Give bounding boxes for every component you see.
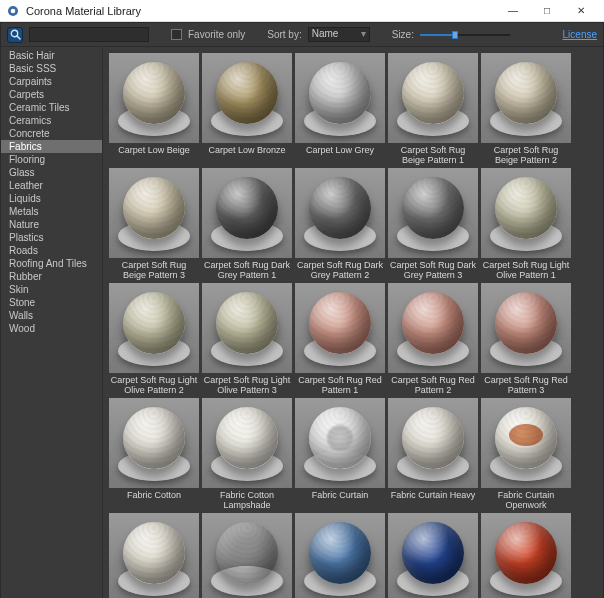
- material-thumbnail[interactable]: [109, 53, 199, 143]
- material-thumbnail[interactable]: [481, 398, 571, 488]
- search-icon[interactable]: [7, 27, 23, 43]
- material-card[interactable]: Fabric Curtain Openwork: [481, 398, 571, 510]
- material-card[interactable]: Fabric Silk Damask: [295, 513, 385, 598]
- sidebar-item-walls[interactable]: Walls: [1, 309, 102, 322]
- material-card[interactable]: Fabric Linen: [109, 513, 199, 598]
- sidebar-item-flooring[interactable]: Flooring: [1, 153, 102, 166]
- thumbnail-size-slider[interactable]: [420, 29, 510, 41]
- material-thumbnail[interactable]: [388, 513, 478, 598]
- material-card[interactable]: Carpet Soft Rug Beige Pattern 1: [388, 53, 478, 165]
- material-card[interactable]: Carpet Soft Rug Light Olive Pattern 2: [109, 283, 199, 395]
- sidebar-item-carpets[interactable]: Carpets: [1, 88, 102, 101]
- material-thumbnail[interactable]: [202, 513, 292, 598]
- sidebar-item-glass[interactable]: Glass: [1, 166, 102, 179]
- sidebar-item-concrete[interactable]: Concrete: [1, 127, 102, 140]
- material-label: Carpet Soft Rug Light Olive Pattern 1: [481, 258, 571, 280]
- material-card[interactable]: Carpet Soft Rug Dark Grey Pattern 1: [202, 168, 292, 280]
- material-card[interactable]: Carpet Soft Rug Light Olive Pattern 3: [202, 283, 292, 395]
- material-card[interactable]: Fabric Curtain: [295, 398, 385, 510]
- material-thumbnail[interactable]: [388, 53, 478, 143]
- maximize-button[interactable]: □: [530, 0, 564, 22]
- material-label: Fabric Cotton Lampshade: [202, 488, 292, 510]
- sidebar-item-leather[interactable]: Leather: [1, 179, 102, 192]
- sidebar-item-plastics[interactable]: Plastics: [1, 231, 102, 244]
- material-thumbnail[interactable]: [481, 53, 571, 143]
- material-card[interactable]: Fabric Curtain Heavy: [388, 398, 478, 510]
- material-card[interactable]: Fabric Cotton: [109, 398, 199, 510]
- material-thumbnail[interactable]: [295, 398, 385, 488]
- material-card[interactable]: Carpet Low Bronze: [202, 53, 292, 165]
- sidebar-item-nature[interactable]: Nature: [1, 218, 102, 231]
- svg-line-3: [17, 36, 20, 39]
- sidebar-item-stone[interactable]: Stone: [1, 296, 102, 309]
- material-thumbnail[interactable]: [295, 168, 385, 258]
- material-thumbnail[interactable]: [202, 398, 292, 488]
- sortby-value: Name: [312, 28, 339, 39]
- titlebar: Corona Material Library — □ ✕: [0, 0, 604, 22]
- material-card[interactable]: Fabric Cotton Lampshade: [202, 398, 292, 510]
- material-card[interactable]: Fabric Velvet: [388, 513, 478, 598]
- material-thumbnail[interactable]: [388, 168, 478, 258]
- material-card[interactable]: Carpet Soft Rug Red Pattern 1: [295, 283, 385, 395]
- material-thumbnail[interactable]: [295, 53, 385, 143]
- material-thumbnail[interactable]: [295, 513, 385, 598]
- material-label: Carpet Soft Rug Red Pattern 2: [388, 373, 478, 395]
- sidebar-item-ceramic-tiles[interactable]: Ceramic Tiles: [1, 101, 102, 114]
- material-label: Fabric Cotton: [109, 488, 199, 508]
- sidebar-item-carpaints[interactable]: Carpaints: [1, 75, 102, 88]
- material-thumbnail[interactable]: [109, 513, 199, 598]
- sidebar-item-ceramics[interactable]: Ceramics: [1, 114, 102, 127]
- material-card[interactable]: Carpet Soft Rug Beige Pattern 3: [109, 168, 199, 280]
- material-label: Carpet Soft Rug Red Pattern 1: [295, 373, 385, 395]
- sidebar-item-metals[interactable]: Metals: [1, 205, 102, 218]
- app-chrome: Favorite only Sort by: Name Size: Licens…: [0, 22, 604, 598]
- license-link[interactable]: License: [563, 29, 597, 40]
- material-thumbnail[interactable]: [481, 283, 571, 373]
- material-thumbnail[interactable]: [388, 398, 478, 488]
- close-button[interactable]: ✕: [564, 0, 598, 22]
- app-icon: [6, 4, 20, 18]
- material-thumbnail[interactable]: [388, 283, 478, 373]
- sidebar-item-basic-sss[interactable]: Basic SSS: [1, 62, 102, 75]
- material-card[interactable]: Carpet Low Beige: [109, 53, 199, 165]
- sidebar-item-basic-hair[interactable]: Basic Hair: [1, 49, 102, 62]
- material-thumbnail[interactable]: [109, 168, 199, 258]
- search-input[interactable]: [29, 27, 149, 42]
- material-thumbnail[interactable]: [202, 53, 292, 143]
- material-thumbnail[interactable]: [202, 168, 292, 258]
- sidebar-item-roads[interactable]: Roads: [1, 244, 102, 257]
- material-grid: Carpet Low BeigeCarpet Low BronzeCarpet …: [109, 53, 599, 598]
- content: Basic HairBasic SSSCarpaintsCarpetsCeram…: [1, 47, 603, 598]
- sidebar-item-fabrics[interactable]: Fabrics: [1, 140, 102, 153]
- material-card[interactable]: Carpet Soft Rug Red Pattern 3: [481, 283, 571, 395]
- sidebar-item-roofing-and-tiles[interactable]: Roofing And Tiles: [1, 257, 102, 270]
- material-label: Fabric Curtain Heavy: [388, 488, 478, 508]
- material-card[interactable]: Carpet Soft Rug Beige Pattern 2: [481, 53, 571, 165]
- sortby-select[interactable]: Name: [308, 27, 370, 42]
- material-thumbnail[interactable]: [481, 513, 571, 598]
- material-card[interactable]: Carpet Soft Rug Red Pattern 2: [388, 283, 478, 395]
- material-grid-scroll[interactable]: Carpet Low BeigeCarpet Low BronzeCarpet …: [103, 47, 603, 598]
- material-thumbnail[interactable]: [109, 398, 199, 488]
- material-label: Carpet Soft Rug Light Olive Pattern 3: [202, 373, 292, 395]
- material-card[interactable]: Carpet Soft Rug Dark Grey Pattern 3: [388, 168, 478, 280]
- minimize-button[interactable]: —: [496, 0, 530, 22]
- favorite-only-checkbox[interactable]: [171, 29, 182, 40]
- material-thumbnail[interactable]: [202, 283, 292, 373]
- material-card[interactable]: Carpet Low Grey: [295, 53, 385, 165]
- window-title: Corona Material Library: [26, 5, 141, 17]
- material-thumbnail[interactable]: [295, 283, 385, 373]
- sidebar-item-rubber[interactable]: Rubber: [1, 270, 102, 283]
- material-card[interactable]: Fabric Velvet Crushed: [481, 513, 571, 598]
- material-thumbnail[interactable]: [109, 283, 199, 373]
- material-thumbnail[interactable]: [481, 168, 571, 258]
- sidebar-item-wood[interactable]: Wood: [1, 322, 102, 335]
- material-card[interactable]: Carpet Soft Rug Dark Grey Pattern 2: [295, 168, 385, 280]
- sidebar-item-skin[interactable]: Skin: [1, 283, 102, 296]
- favorite-only-label: Favorite only: [188, 29, 245, 40]
- material-label: Carpet Soft Rug Dark Grey Pattern 2: [295, 258, 385, 280]
- material-card[interactable]: Fabric Silk: [202, 513, 292, 598]
- sidebar-item-liquids[interactable]: Liquids: [1, 192, 102, 205]
- svg-point-1: [11, 8, 16, 13]
- material-card[interactable]: Carpet Soft Rug Light Olive Pattern 1: [481, 168, 571, 280]
